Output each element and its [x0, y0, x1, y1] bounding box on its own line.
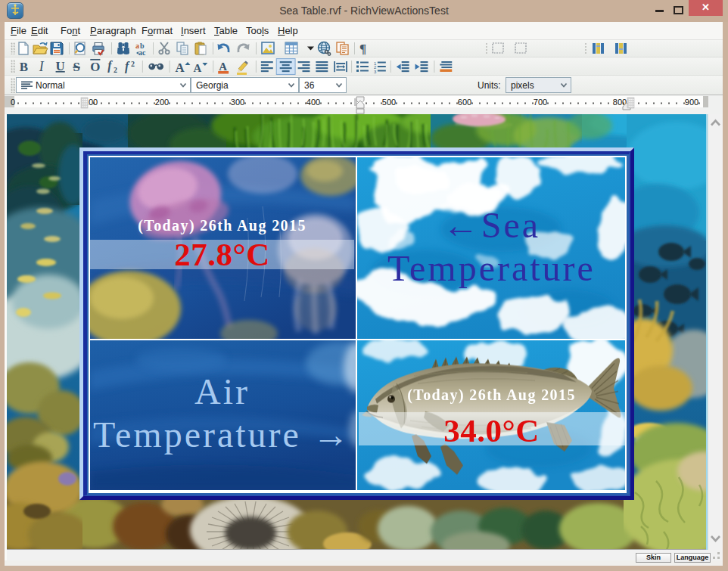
svg-text:2: 2	[131, 60, 135, 68]
svg-text:400: 400	[306, 98, 320, 107]
svg-text:ac: ac	[138, 48, 146, 57]
svg-text:f: f	[107, 59, 113, 73]
svg-text:¶: ¶	[359, 42, 366, 56]
svg-text:S: S	[73, 60, 79, 74]
svg-text:3: 3	[374, 70, 377, 74]
svg-text:600: 600	[458, 98, 471, 107]
svg-text:700: 700	[534, 98, 547, 107]
svg-text:I: I	[39, 59, 45, 74]
svg-text:0: 0	[11, 98, 15, 107]
svg-text:300: 300	[231, 98, 244, 107]
svg-text:A: A	[219, 61, 227, 73]
svg-text:500: 500	[382, 98, 396, 107]
svg-text:B: B	[20, 60, 28, 74]
svg-text:A: A	[176, 61, 185, 75]
svg-text:A: A	[193, 62, 201, 74]
svg-text:O: O	[90, 60, 100, 74]
svg-text:f: f	[125, 60, 130, 73]
svg-text:200: 200	[155, 98, 169, 107]
svg-text:2: 2	[114, 66, 117, 74]
svg-text:900: 900	[685, 98, 698, 107]
svg-text:U: U	[56, 59, 65, 73]
